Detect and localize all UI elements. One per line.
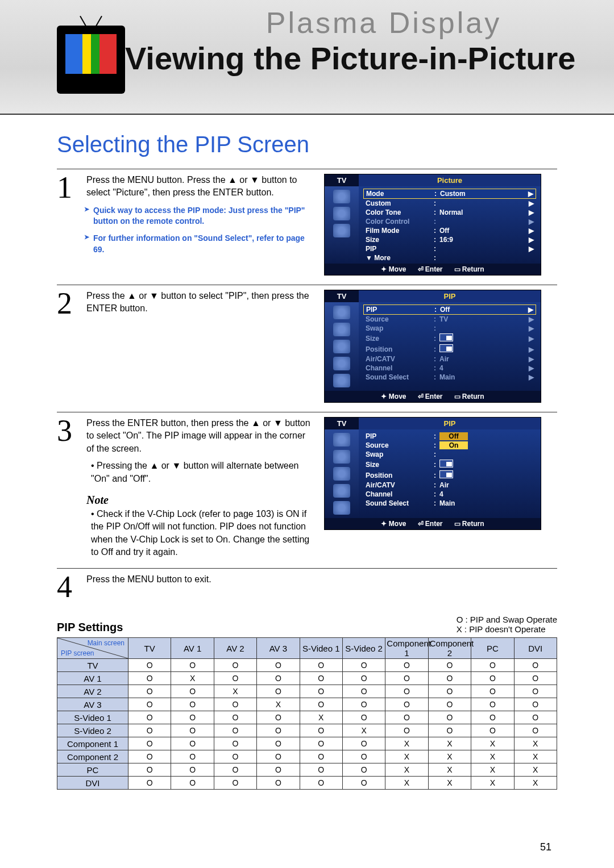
page-number: 51 bbox=[540, 841, 551, 853]
table-cell: X bbox=[300, 711, 342, 724]
osd-row: Color Control: ▶ bbox=[363, 217, 536, 226]
table-cell: O bbox=[514, 724, 557, 737]
row-header: S-Video 2 bbox=[57, 724, 128, 737]
col-header: AV 1 bbox=[171, 638, 214, 659]
osd-row: Sound Select: Main▶ bbox=[363, 373, 536, 382]
osd-row: Mode: Custom▶ bbox=[363, 189, 536, 199]
table-cell: O bbox=[471, 698, 514, 711]
row-header: Component 1 bbox=[57, 737, 128, 750]
table-cell: O bbox=[214, 724, 256, 737]
osd-row: Source: On bbox=[363, 441, 536, 450]
osd-panel: TVPicture Mode: Custom▶ Custom: ▶ Color … bbox=[324, 174, 541, 276]
osd-row: Color Tone: Normal▶ bbox=[363, 208, 536, 217]
table-cell: X bbox=[428, 737, 471, 750]
pip-settings-table: Main screenPIP screenTVAV 1AV 2AV 3S-Vid… bbox=[57, 637, 557, 790]
table-cell: O bbox=[128, 737, 171, 750]
osd-row: Custom: ▶ bbox=[363, 199, 536, 208]
table-cell: O bbox=[300, 659, 342, 672]
table-cell: X bbox=[171, 672, 214, 685]
osd-row: Swap: bbox=[363, 450, 536, 459]
table-cell: O bbox=[300, 737, 342, 750]
table-cell: O bbox=[342, 672, 385, 685]
col-header: TV bbox=[128, 638, 171, 659]
table-cell: O bbox=[428, 672, 471, 685]
table-cell: O bbox=[171, 659, 214, 672]
table-cell: O bbox=[342, 711, 385, 724]
table-cell: O bbox=[128, 777, 171, 790]
table-cell: O bbox=[257, 659, 300, 672]
note-heading: Note bbox=[86, 492, 313, 508]
table-cell: O bbox=[257, 750, 300, 763]
table-cell: O bbox=[342, 685, 385, 698]
section-subtitle: Selecting the PIP Screen bbox=[57, 132, 557, 157]
step-number: 4 bbox=[57, 573, 80, 601]
osd-row: Position: ▶ bbox=[363, 344, 536, 354]
osd-screenshot: TVPicture Mode: Custom▶ Custom: ▶ Color … bbox=[324, 174, 541, 276]
table-cell: X bbox=[428, 777, 471, 790]
table-cell: X bbox=[385, 737, 428, 750]
osd-row: Film Mode: Off▶ bbox=[363, 226, 536, 235]
osd-row: Air/CATV: Air▶ bbox=[363, 354, 536, 364]
osd-row: Size: ▶ bbox=[363, 333, 536, 344]
table-cell: O bbox=[300, 685, 342, 698]
table-cell: O bbox=[471, 685, 514, 698]
col-header: S-Video 2 bbox=[342, 638, 385, 659]
table-cell: O bbox=[128, 685, 171, 698]
table-cell: O bbox=[300, 672, 342, 685]
table-cell: O bbox=[214, 777, 256, 790]
step-2: 2 Press the ▲ or ▼ button to select "PIP… bbox=[57, 285, 557, 412]
osd-row: Size: bbox=[363, 459, 536, 470]
step-3: 3 Press the ENTER button, then press the… bbox=[57, 412, 557, 568]
settings-title: PIP Settings bbox=[57, 621, 123, 634]
table-cell: O bbox=[385, 672, 428, 685]
osd-row: Channel: 4 bbox=[363, 490, 536, 499]
table-cell: O bbox=[300, 724, 342, 737]
table-cell: O bbox=[514, 698, 557, 711]
osd-row: PIP: ▶ bbox=[363, 244, 536, 253]
table-cell: O bbox=[342, 737, 385, 750]
table-cell: X bbox=[514, 777, 557, 790]
table-cell: O bbox=[342, 763, 385, 777]
step-number: 1 bbox=[57, 174, 80, 255]
table-cell: X bbox=[257, 698, 300, 711]
table-cell: X bbox=[514, 750, 557, 763]
table-cell: O bbox=[257, 763, 300, 777]
row-header: TV bbox=[57, 659, 128, 672]
table-cell: O bbox=[128, 672, 171, 685]
page-header: Plasma Display Viewing the Picture-in-Pi… bbox=[0, 0, 614, 115]
row-header: PC bbox=[57, 763, 128, 777]
step-text: Press the MENU button. Press the ▲ or ▼ … bbox=[86, 174, 313, 255]
table-cell: O bbox=[342, 750, 385, 763]
step-text: Press the ▲ or ▼ button to select "PIP",… bbox=[86, 290, 313, 318]
osd-row: Size: 16:9▶ bbox=[363, 235, 536, 244]
table-cell: O bbox=[257, 685, 300, 698]
row-header: Component 2 bbox=[57, 750, 128, 763]
osd-row: PIP: Off bbox=[363, 432, 536, 441]
table-cell: X bbox=[342, 724, 385, 737]
table-cell: O bbox=[171, 777, 214, 790]
osd-row: PIP: Off▶ bbox=[363, 304, 536, 315]
table-cell: O bbox=[214, 659, 256, 672]
table-cell: O bbox=[128, 698, 171, 711]
table-cell: O bbox=[214, 750, 256, 763]
content-area: Selecting the PIP Screen 1 Press the MEN… bbox=[0, 115, 614, 801]
table-cell: O bbox=[171, 763, 214, 777]
table-cell: O bbox=[428, 685, 471, 698]
table-cell: X bbox=[428, 750, 471, 763]
table-cell: O bbox=[257, 711, 300, 724]
table-cell: O bbox=[300, 698, 342, 711]
table-cell: X bbox=[514, 763, 557, 777]
tv-icon bbox=[57, 26, 125, 94]
step-text: Press the ENTER button, then press the ▲… bbox=[86, 417, 313, 559]
table-cell: O bbox=[471, 711, 514, 724]
step-text: Press the MENU button to exit. bbox=[86, 573, 313, 601]
osd-row: Source: TV▶ bbox=[363, 315, 536, 324]
table-cell: O bbox=[385, 659, 428, 672]
row-header: DVI bbox=[57, 777, 128, 790]
col-header: DVI bbox=[514, 638, 557, 659]
osd-screenshot: TVPIP PIP: Off Source: On Swap: Size: Po… bbox=[324, 417, 541, 530]
table-cell: O bbox=[128, 659, 171, 672]
table-cell: O bbox=[257, 777, 300, 790]
col-header: AV 2 bbox=[214, 638, 256, 659]
page-title: Viewing the Picture-in-Picture bbox=[125, 40, 614, 77]
